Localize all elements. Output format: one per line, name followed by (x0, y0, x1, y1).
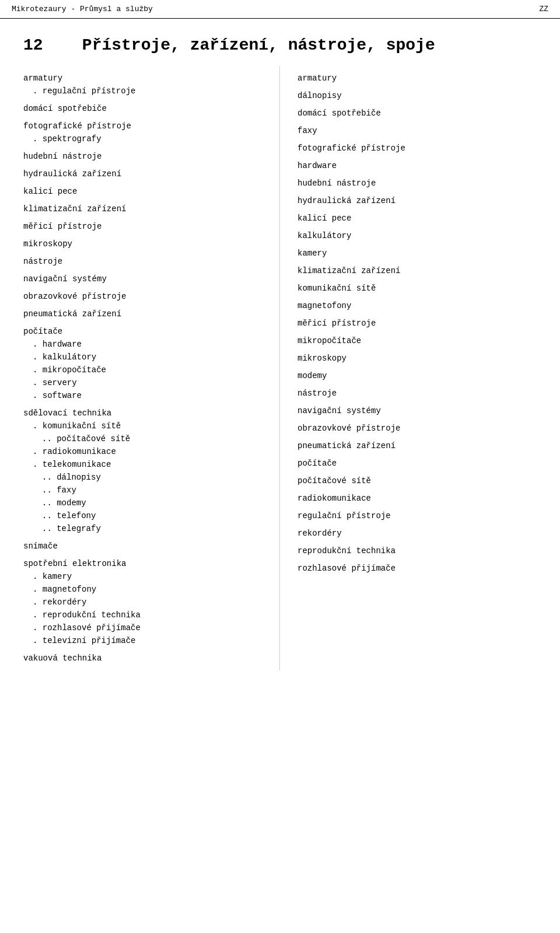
spacer (23, 402, 268, 407)
list-item: . mikropočítače (23, 364, 268, 376)
list-item: snímače (23, 540, 268, 553)
spacer (23, 553, 268, 557)
list-item: . telekomunikace (23, 458, 268, 471)
list-item: . hardware (23, 338, 268, 351)
list-item: navigační systémy (298, 404, 537, 417)
list-item: . televizní přijímače (23, 634, 268, 647)
list-item: . kalkulátory (23, 351, 268, 364)
list-item: . software (23, 389, 268, 402)
spacer (23, 115, 268, 120)
spacer (298, 382, 537, 387)
list-item: .. telegrafy (23, 522, 268, 535)
spacer (298, 452, 537, 457)
list-item: navigační systémy (23, 272, 268, 285)
content-area: armatury. regulační přístrojedomácí spot… (0, 66, 560, 670)
spacer (23, 320, 268, 325)
spacer (23, 647, 268, 652)
spacer (298, 190, 537, 194)
list-item: klimatizační zařízení (298, 264, 537, 277)
list-item: . servery (23, 376, 268, 389)
list-item: počítače (298, 457, 537, 470)
spacer (23, 97, 268, 102)
spacer (298, 365, 537, 369)
spacer (298, 505, 537, 509)
list-item: fotografické přístroje (298, 142, 537, 155)
spacer (298, 207, 537, 212)
spacer (23, 268, 268, 272)
list-item: . rozhlasové přijímače (23, 621, 268, 634)
list-item: .. počítačové sítě (23, 432, 268, 445)
spacer (23, 215, 268, 220)
spacer (23, 145, 268, 150)
list-item: .. modemy (23, 497, 268, 509)
spacer (298, 102, 537, 107)
spacer (298, 400, 537, 404)
list-item: spotřební elektronika (23, 557, 268, 570)
list-item: rozhlasové přijímače (298, 562, 537, 575)
left-column: armatury. regulační přístrojedomácí spot… (12, 66, 280, 670)
spacer (298, 137, 537, 142)
spacer (23, 233, 268, 237)
header-title: Mikrotezaury - Průmysl a služby (12, 5, 153, 13)
list-item: faxy (298, 124, 537, 137)
list-item: .. telefony (23, 509, 268, 522)
spacer (23, 250, 268, 255)
list-item: magnetofony (298, 299, 537, 312)
list-item: armatury (23, 72, 268, 85)
list-item: .. dálnopisy (23, 471, 268, 484)
list-item: modemy (298, 369, 537, 382)
spacer (298, 330, 537, 334)
list-item: radiokomunikace (298, 492, 537, 505)
spacer (298, 540, 537, 544)
list-item: měřicí přístroje (298, 317, 537, 330)
list-item: . rekordéry (23, 596, 268, 609)
header-page-number: ZZ (539, 5, 548, 13)
page-header: Mikrotezaury - Průmysl a služby ZZ (0, 0, 560, 19)
spacer (298, 155, 537, 159)
list-item: . reprodukční technika (23, 609, 268, 621)
list-item: klimatizační zařízení (23, 202, 268, 215)
spacer (23, 285, 268, 290)
list-item: . magnetofony (23, 583, 268, 596)
spacer (298, 242, 537, 247)
list-item: kalkulátory (298, 229, 537, 242)
spacer (23, 535, 268, 540)
section-title: Přístroje, zařízení, nástroje, spoje (82, 36, 435, 54)
list-item: mikroskopy (23, 237, 268, 250)
list-item: reprodukční technika (298, 544, 537, 557)
list-item: obrazovkové přístroje (298, 422, 537, 435)
spacer (298, 347, 537, 352)
list-item: rekordéry (298, 527, 537, 540)
list-item: regulační přístroje (298, 509, 537, 522)
spacer (298, 120, 537, 124)
section-number: 12 (23, 36, 43, 54)
spacer (298, 470, 537, 474)
list-item: sdělovací technika (23, 407, 268, 420)
spacer (298, 172, 537, 177)
spacer (23, 198, 268, 202)
spacer (298, 260, 537, 264)
spacer (298, 487, 537, 492)
list-item: domácí spotřebiče (23, 102, 268, 115)
spacer (23, 163, 268, 167)
list-item: počítače (23, 325, 268, 338)
spacer (298, 85, 537, 89)
list-item: . radiokomunikace (23, 445, 268, 458)
spacer (298, 295, 537, 299)
list-item: . komunikační sítě (23, 420, 268, 432)
list-item: počítačové sítě (298, 474, 537, 487)
list-item: hardware (298, 159, 537, 172)
list-item: obrazovkové přístroje (23, 290, 268, 303)
list-item: .. faxy (23, 484, 268, 497)
page-title-bar: 12 Přístroje, zařízení, nástroje, spoje (0, 19, 560, 66)
spacer (23, 180, 268, 185)
list-item: pneumatická zařízení (23, 307, 268, 320)
list-item: hudební nástroje (298, 177, 537, 190)
list-item: . spektrografy (23, 132, 268, 145)
list-item: armatury (298, 72, 537, 85)
list-item: fotografické přístroje (23, 120, 268, 132)
list-item: kalicí pece (23, 185, 268, 198)
list-item: . kamery (23, 570, 268, 583)
list-item: hydraulická zařízení (23, 167, 268, 180)
list-item: kamery (298, 247, 537, 260)
